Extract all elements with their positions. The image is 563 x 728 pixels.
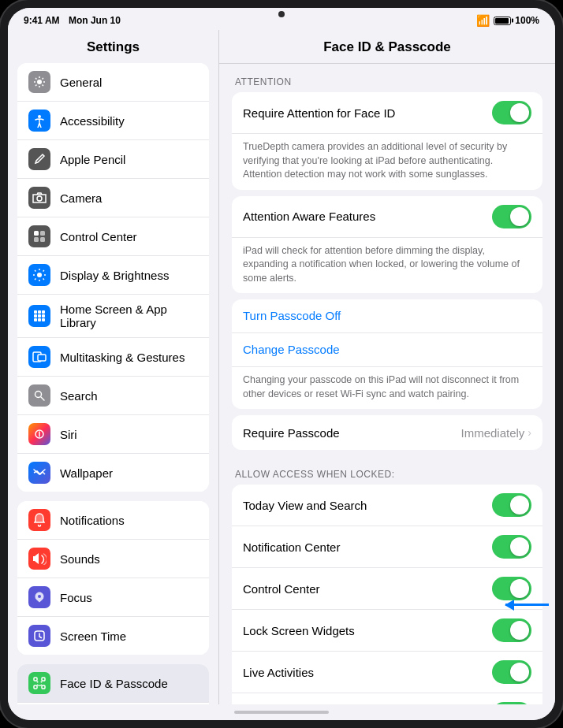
home-screen-icon [28, 305, 50, 327]
focus-icon [28, 586, 50, 608]
sidebar-label-home-screen: Home Screen & App Library [60, 303, 198, 329]
sidebar-label-control-center: Control Center [60, 230, 137, 243]
screen-time-icon [28, 625, 50, 647]
blue-arrow-annotation [505, 604, 549, 606]
home-indicator [8, 704, 555, 720]
sidebar-item-search[interactable]: Search [17, 377, 209, 415]
notification-center-row: Notification Center [232, 526, 542, 568]
detail-title: Face ID & Passcode [219, 30, 555, 64]
siri-icon [28, 423, 50, 445]
camera-icon [28, 187, 50, 209]
sidebar: Settings General Accessibility [8, 30, 219, 704]
svg-rect-6 [40, 237, 45, 242]
battery-fill [495, 18, 509, 24]
face-id-icon [28, 672, 50, 694]
lock-screen-widgets-toggle[interactable] [492, 618, 531, 642]
wifi-icon: 📶 [476, 14, 490, 27]
lock-screen-widgets-row: Lock Screen Widgets [232, 610, 542, 652]
sidebar-section-3: Face ID & Passcode Privacy & Security [17, 664, 209, 704]
sidebar-item-general[interactable]: General [17, 63, 209, 102]
toggle-thumb [510, 103, 529, 122]
svg-rect-4 [40, 231, 45, 236]
arrow-line [505, 604, 549, 606]
sidebar-title: Settings [8, 30, 218, 63]
sidebar-item-screen-time[interactable]: Screen Time [17, 617, 209, 655]
svg-rect-16 [42, 318, 45, 321]
main-content: Settings General Accessibility [8, 30, 555, 704]
live-activities-row: Live Activities [232, 652, 542, 693]
chevron-icon: › [528, 426, 531, 439]
today-view-toggle[interactable] [492, 493, 531, 517]
svg-point-28 [41, 682, 43, 683]
svg-point-27 [37, 682, 39, 683]
sidebar-label-face-id: Face ID & Passcode [60, 677, 168, 690]
attention-aware-group: Attention Aware Features iPad will check… [232, 196, 542, 294]
require-attention-label: Require Attention for Face ID [243, 106, 492, 120]
svg-point-19 [35, 392, 42, 398]
sidebar-item-multitasking[interactable]: Multitasking & Gestures [17, 338, 209, 377]
svg-rect-5 [34, 237, 39, 242]
section-header-access: ALLOW ACCESS WHEN LOCKED: [232, 456, 542, 485]
sidebar-item-control-center[interactable]: Control Center [17, 217, 209, 256]
control-center-toggle[interactable] [492, 577, 531, 600]
sidebar-label-screen-time: Screen Time [60, 630, 126, 643]
svg-rect-23 [34, 678, 37, 681]
sounds-icon [28, 548, 50, 570]
ipad-screen: 9:41 AM Mon Jun 10 📶 100% Settings [8, 8, 555, 720]
turn-passcode-off-label: Turn Passcode Off [243, 309, 341, 322]
lock-screen-widgets-label: Lock Screen Widgets [243, 624, 492, 637]
svg-rect-13 [42, 314, 45, 318]
sidebar-item-accessibility[interactable]: Accessibility [17, 102, 209, 140]
sidebar-label-accessibility: Accessibility [60, 114, 125, 128]
sidebar-item-siri[interactable]: Siri [17, 415, 209, 454]
sidebar-item-face-id[interactable]: Face ID & Passcode [17, 664, 209, 703]
svg-point-7 [37, 273, 42, 277]
status-indicators: 📶 100% [476, 14, 539, 27]
search-icon [28, 384, 50, 407]
svg-point-21 [38, 595, 41, 598]
attention-aware-label: Attention Aware Features [243, 210, 492, 223]
attention-aware-row: Attention Aware Features [232, 196, 542, 238]
sidebar-label-focus: Focus [60, 591, 92, 604]
sidebar-label-wallpaper: Wallpaper [60, 466, 113, 480]
siri-toggle[interactable] [492, 702, 531, 704]
turn-passcode-off-row[interactable]: Turn Passcode Off [232, 299, 542, 333]
passcode-note: Changing your passcode on this iPad will… [232, 367, 542, 409]
sidebar-label-siri: Siri [60, 428, 77, 441]
change-passcode-row[interactable]: Change Passcode [232, 333, 542, 367]
notification-center-label: Notification Center [243, 540, 492, 554]
sidebar-label-sounds: Sounds [60, 552, 100, 566]
notification-center-toggle[interactable] [492, 535, 531, 559]
status-time: 9:41 AM Mon Jun 10 [24, 15, 121, 26]
live-activities-toggle[interactable] [492, 660, 531, 684]
sidebar-item-display[interactable]: Display & Brightness [17, 256, 209, 295]
home-bar [234, 711, 329, 714]
sidebar-label-general: General [60, 76, 102, 89]
sidebar-item-notifications[interactable]: Notifications [17, 501, 209, 540]
svg-rect-10 [42, 310, 45, 314]
attention-aware-note: iPad will check for attention before dim… [232, 238, 542, 294]
attention-note: TrueDepth camera provides an additional … [232, 134, 542, 190]
svg-rect-14 [34, 318, 37, 321]
svg-rect-25 [34, 685, 37, 689]
arrow-head [505, 600, 514, 611]
attention-aware-toggle[interactable] [492, 205, 531, 228]
today-view-label: Today View and Search [243, 499, 492, 512]
svg-point-1 [38, 115, 41, 118]
require-passcode-row[interactable]: Require Passcode Immediately › [232, 415, 542, 450]
svg-rect-26 [42, 685, 45, 689]
svg-point-2 [37, 196, 42, 201]
sidebar-item-home-screen[interactable]: Home Screen & App Library [17, 295, 209, 338]
sidebar-label-display: Display & Brightness [60, 269, 169, 282]
sidebar-item-apple-pencil[interactable]: Apple Pencil [17, 140, 209, 179]
live-activities-label: Live Activities [243, 666, 492, 679]
sidebar-item-sounds[interactable]: Sounds [17, 540, 209, 578]
sidebar-item-camera[interactable]: Camera [17, 179, 209, 217]
sidebar-item-wallpaper[interactable]: Wallpaper [17, 454, 209, 492]
apple-pencil-icon [28, 148, 50, 170]
sidebar-item-focus[interactable]: Focus [17, 578, 209, 617]
battery-icon [494, 17, 511, 25]
ipad-frame: 9:41 AM Mon Jun 10 📶 100% Settings [0, 0, 563, 728]
require-attention-toggle[interactable] [492, 101, 531, 124]
multitasking-icon [28, 346, 50, 368]
